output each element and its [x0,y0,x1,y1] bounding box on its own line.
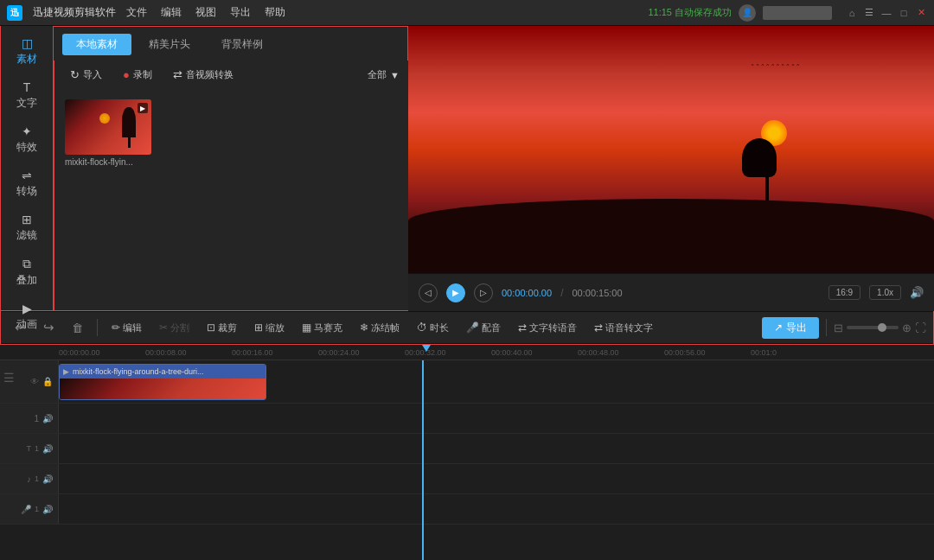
zoom-out-icon[interactable]: ⊕ [902,321,912,334]
playhead-top [422,345,431,352]
sidebar-item-overlay[interactable]: ⧉ 叠加 [1,250,53,295]
audio-4-vol-icon[interactable]: 🔊 [42,505,53,514]
titlebar: 迅 迅捷视频剪辑软件 文件 编辑 视图 导出 帮助 11:15 自动保存成功 👤… [0,0,934,26]
export-button[interactable]: ↗ 导出 [762,317,819,339]
sun-small [99,113,110,124]
text-speech-icon: ⇄ [518,321,527,334]
user-avatar[interactable]: 👤 [739,4,756,22]
text-icon: T [23,80,31,94]
audio-track-2-header: T 1 🔊 [0,434,59,463]
titlebar-right: 11:15 自动保存成功 👤 ⌂ ☰ — □ ✕ [648,4,927,22]
timeline-ruler: 00:00:00.00 00:00:08.00 00:00:16.00 00:0… [0,345,934,360]
overlay-icon: ⧉ [22,257,31,271]
media-item[interactable]: ▶ mixkit-flock-flyin... [65,99,151,167]
clip-thumbnail [60,379,265,399]
video-lock-icon[interactable]: 🔒 [42,377,53,386]
prev-frame-button[interactable]: ◁ [419,283,438,302]
app-title: 迅捷视频剪辑软件 [33,5,116,20]
timeline-tracks: ☰ 👁 🔒 ▶ mixkit-flock-flying-around-a-tre… [0,360,934,560]
menu-file[interactable]: 文件 [126,5,147,20]
bird-8: ^ [787,63,790,68]
app-logo: 迅 [7,5,22,21]
mic-icon: 🎤 [21,505,31,514]
minimize-btn[interactable]: — [880,7,892,19]
sidebar-item-transition[interactable]: ⇌ 转场 [1,162,53,206]
edit-tool-delete[interactable]: 🗑 [65,319,90,337]
bird-5: ^ [771,63,774,68]
video-clip[interactable]: ▶ mixkit-flock-flying-around-a-tree-duri… [59,364,266,400]
aspect-ratio-button[interactable]: 16:9 [828,285,860,300]
mosaic-label: 马赛克 [314,321,342,334]
filter-dropdown[interactable]: 全部 ▼ [368,68,400,81]
filter-label: 全部 [368,68,387,81]
add-track-icon[interactable]: ☰ [3,371,15,385]
titlebar-left: 迅 迅捷视频剪辑软件 文件 编辑 视图 导出 帮助 [7,5,285,21]
bird-1: ^ [752,63,754,68]
win-controls: ⌂ ☰ — □ ✕ [846,7,927,19]
edit-tool-scale[interactable]: ⊞ 缩放 [247,319,291,337]
zoom-slider[interactable] [847,326,899,329]
menu-edit[interactable]: 编辑 [161,5,182,20]
media-play-overlay: ▶ [138,103,148,113]
audio-track-4-content [59,494,934,524]
sidebar-item-effects[interactable]: ✦ 特效 [1,118,53,162]
home-btn[interactable]: ⌂ [846,7,858,19]
edit-tool-freeze[interactable]: ❄ 冻结帧 [353,319,406,337]
maximize-btn[interactable]: □ [898,7,910,19]
time-separator: / [560,287,563,299]
record-button[interactable]: ● 录制 [116,66,159,84]
animation-icon: ▶ [22,302,32,315]
tab-local-material[interactable]: 本地素材 [62,34,131,55]
video-eye-icon[interactable]: 👁 [30,377,39,386]
audio-track-4-header: 🎤 1 🔊 [0,494,59,524]
timeline-area: 00:00:00.00 00:00:08.00 00:00:16.00 00:0… [0,345,934,560]
edit-tool-text-speech[interactable]: ⇄ 文字转语音 [511,319,584,337]
edit-tool-mosaic[interactable]: ▦ 马赛克 [295,319,349,337]
menu-btn[interactable]: ☰ [863,7,875,19]
content-toolbar: ↻ 导入 ● 录制 ⇄ 音视频转换 全部 ▼ [54,60,408,89]
audio-track-3-content [59,464,934,493]
menu-view[interactable]: 视图 [195,5,216,20]
edit-tool-edit[interactable]: ✏ 编辑 [105,319,149,337]
tab-background[interactable]: 背景样例 [208,34,277,55]
edit-tool-split[interactable]: ✂ 分割 [152,319,196,337]
audio-track-3-num: 1 [35,474,39,483]
bird-4: ^ [766,63,769,68]
audio-track-3-row: ♪ 1 🔊 [0,464,934,494]
edit-tool-duration[interactable]: ⏱ 时长 [410,319,456,337]
bird-9: ^ [791,63,794,68]
edit-tool-dubbing[interactable]: 🎤 配音 [459,319,508,337]
sidebar-item-text[interactable]: T 文字 [1,73,53,118]
tree-crown [742,138,777,177]
audio-3-vol-icon[interactable]: 🔊 [42,474,53,484]
divider-2 [826,319,827,336]
fullscreen-icon[interactable]: ⛶ [915,321,926,334]
audio-1-vol-icon[interactable]: 🔊 [42,414,53,423]
close-btn[interactable]: ✕ [915,7,927,19]
playback-speed-button[interactable]: 1.0x [869,285,901,300]
next-frame-button[interactable]: ▷ [474,283,493,302]
edit-tool-speech-text[interactable]: ⇄ 语音转文字 [587,319,660,337]
convert-button[interactable]: ⇄ 音视频转换 [166,66,240,84]
main-area: ◫ 素材 T 文字 ✦ 特效 ⇌ 转场 ⊞ 滤镜 ⧉ 叠加 ▶ 动画 ♪ 配乐 [0,26,934,311]
tab-premium-header[interactable]: 精美片头 [135,34,204,55]
ruler-3: 00:00:24.00 [318,348,360,357]
media-filename: mixkit-flock-flyin... [65,157,151,167]
add-track-area: ☰ [3,371,15,385]
play-button[interactable]: ▶ [446,283,465,302]
zoom-in-icon[interactable]: ⊟ [834,321,843,334]
audio-2-vol-icon[interactable]: 🔊 [42,444,53,454]
clip-label: mixkit-flock-flying-around-a-tree-duri..… [73,367,204,376]
user-name [763,6,832,20]
ruler-7: 00:00:56.00 [664,348,706,357]
edit-tool-crop[interactable]: ⊡ 裁剪 [200,319,244,337]
sidebar-item-animation[interactable]: ▶ 动画 [1,295,53,339]
menu-help[interactable]: 帮助 [265,5,285,20]
record-icon: ● [123,68,130,81]
sidebar-item-filter[interactable]: ⊞ 滤镜 [1,206,53,250]
clip-header: ▶ mixkit-flock-flying-around-a-tree-duri… [60,365,265,379]
sidebar-item-material[interactable]: ◫ 素材 [1,29,53,73]
import-button[interactable]: ↻ 导入 [63,66,109,84]
volume-icon[interactable]: 🔊 [910,286,924,299]
menu-export[interactable]: 导出 [230,5,251,20]
